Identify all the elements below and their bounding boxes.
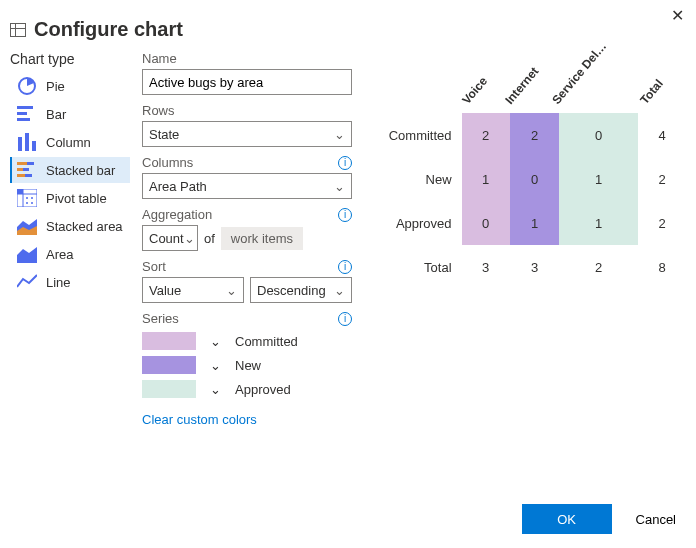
cell: 2 xyxy=(462,113,510,157)
aggregation-target: work items xyxy=(221,227,303,250)
area-icon xyxy=(16,245,38,263)
svg-rect-8 xyxy=(27,162,34,165)
chevron-down-icon: ⌄ xyxy=(334,283,345,298)
aggregation-label: Aggregation xyxy=(142,207,212,222)
svg-point-17 xyxy=(26,197,28,199)
row-label: Committed xyxy=(384,113,462,157)
row-label: New xyxy=(384,157,462,201)
chart-type-label: Area xyxy=(46,247,73,262)
column-icon xyxy=(16,133,38,151)
chevron-down-icon: ⌄ xyxy=(334,127,345,142)
svg-rect-16 xyxy=(17,189,23,194)
color-swatch[interactable] xyxy=(142,332,196,350)
cancel-button[interactable]: Cancel xyxy=(630,511,682,528)
chart-type-pivot-table[interactable]: Pivot table xyxy=(10,185,130,211)
series-name: New xyxy=(235,358,261,373)
cell-total: 4 xyxy=(638,113,686,157)
svg-rect-4 xyxy=(18,137,22,151)
columns-value: Area Path xyxy=(149,179,207,194)
chart-type-list: Chart type Pie Bar Column xyxy=(10,51,130,435)
color-swatch[interactable] xyxy=(142,356,196,374)
sort-by-value: Value xyxy=(149,283,181,298)
svg-point-19 xyxy=(26,202,28,204)
chart-type-label: Bar xyxy=(46,107,66,122)
sort-dir-value: Descending xyxy=(257,283,326,298)
svg-rect-5 xyxy=(25,133,29,151)
cell: 3 xyxy=(510,245,560,289)
cell: 0 xyxy=(559,113,638,157)
cell: 1 xyxy=(559,201,638,245)
cell: 2 xyxy=(510,113,560,157)
name-input[interactable] xyxy=(142,69,352,95)
series-label: Series xyxy=(142,311,179,326)
cell: 2 xyxy=(559,245,638,289)
pie-icon xyxy=(16,77,38,95)
series-item-approved: ⌄ Approved xyxy=(142,380,352,398)
cell: 1 xyxy=(510,201,560,245)
cell-total: 2 xyxy=(638,157,686,201)
cell: 0 xyxy=(510,157,560,201)
name-label: Name xyxy=(142,51,177,66)
chart-type-pie[interactable]: Pie xyxy=(10,73,130,99)
row-label: Total xyxy=(384,245,462,289)
chart-type-stacked-bar[interactable]: Stacked bar xyxy=(10,157,130,183)
cell: 3 xyxy=(462,245,510,289)
chart-type-line[interactable]: Line xyxy=(10,269,130,295)
svg-rect-2 xyxy=(17,112,27,115)
chart-type-label: Stacked area xyxy=(46,219,123,234)
row-label: Approved xyxy=(384,201,462,245)
columns-select[interactable]: Area Path ⌄ xyxy=(142,173,352,199)
config-form: Name Rows State ⌄ Columns i Area Path ⌄ xyxy=(142,51,352,435)
svg-rect-9 xyxy=(17,168,23,171)
col-internet: Internet xyxy=(510,69,560,113)
chart-type-area[interactable]: Area xyxy=(10,241,130,267)
ok-button[interactable]: OK xyxy=(522,504,612,534)
close-icon[interactable]: ✕ xyxy=(671,6,684,25)
chart-type-label: Pie xyxy=(46,79,65,94)
cell-total: 2 xyxy=(638,201,686,245)
color-swatch[interactable] xyxy=(142,380,196,398)
pivot-table-icon xyxy=(16,189,38,207)
chevron-down-icon[interactable]: ⌄ xyxy=(210,358,221,373)
rows-value: State xyxy=(149,127,179,142)
col-voice: Voice xyxy=(462,69,510,113)
rows-select[interactable]: State ⌄ xyxy=(142,121,352,147)
svg-rect-12 xyxy=(25,174,32,177)
svg-rect-1 xyxy=(17,106,33,109)
col-total: Total xyxy=(638,69,686,113)
dialog-header: Configure chart xyxy=(0,0,696,51)
info-icon[interactable]: i xyxy=(338,156,352,170)
svg-point-20 xyxy=(31,202,33,204)
clear-custom-colors-link[interactable]: Clear custom colors xyxy=(142,412,257,427)
chart-type-stacked-area[interactable]: Stacked area xyxy=(10,213,130,239)
series-name: Committed xyxy=(235,334,298,349)
chart-type-label: Column xyxy=(46,135,91,150)
table-row: Committed 2 2 0 4 xyxy=(384,113,686,157)
chevron-down-icon[interactable]: ⌄ xyxy=(210,334,221,349)
chevron-down-icon[interactable]: ⌄ xyxy=(210,382,221,397)
stacked-area-icon xyxy=(16,217,38,235)
chart-type-bar[interactable]: Bar xyxy=(10,101,130,127)
table-row-total: Total 3 3 2 8 xyxy=(384,245,686,289)
sort-dir-select[interactable]: Descending ⌄ xyxy=(250,277,352,303)
chart-type-column[interactable]: Column xyxy=(10,129,130,155)
info-icon[interactable]: i xyxy=(338,312,352,326)
series-item-committed: ⌄ Committed xyxy=(142,332,352,350)
of-label: of xyxy=(204,231,215,246)
chart-type-title: Chart type xyxy=(10,51,130,67)
table-row: Approved 0 1 1 2 xyxy=(384,201,686,245)
series-name: Approved xyxy=(235,382,291,397)
cell: 1 xyxy=(559,157,638,201)
svg-marker-23 xyxy=(17,247,37,263)
dialog-title: Configure chart xyxy=(34,18,183,41)
svg-rect-11 xyxy=(17,174,25,177)
svg-rect-3 xyxy=(17,118,30,121)
cell-total: 8 xyxy=(638,245,686,289)
chart-type-label: Stacked bar xyxy=(46,163,115,178)
info-icon[interactable]: i xyxy=(338,208,352,222)
svg-point-18 xyxy=(31,197,33,199)
info-icon[interactable]: i xyxy=(338,260,352,274)
table-row: New 1 0 1 2 xyxy=(384,157,686,201)
aggregation-select[interactable]: Count ⌄ xyxy=(142,225,198,251)
sort-by-select[interactable]: Value ⌄ xyxy=(142,277,244,303)
